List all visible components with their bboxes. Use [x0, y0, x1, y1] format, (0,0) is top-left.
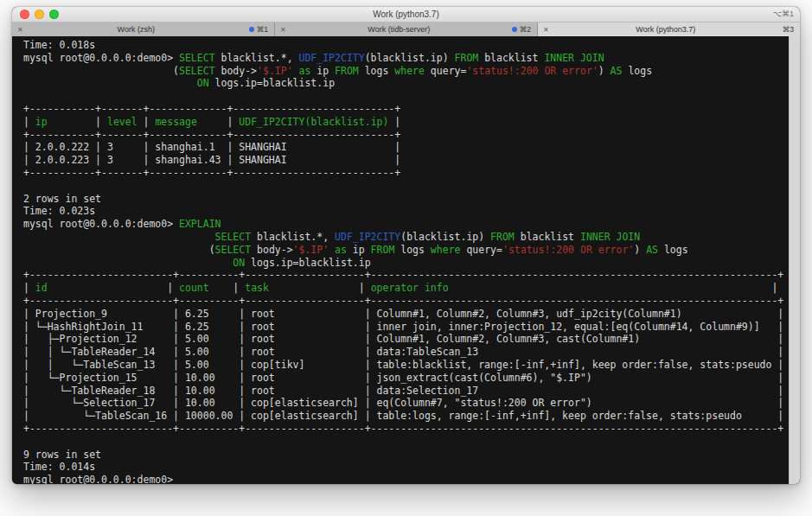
terminal-line: mysql root@0.0.0.0:demo0> _ — [23, 474, 790, 484]
terminal-line: 9 rows in set — [23, 449, 790, 462]
tab-shortcut: ⌘3 — [783, 25, 794, 34]
terminal-line: ON logs.ip=blacklist.ip — [23, 77, 790, 90]
tab-work-tidb-server-[interactable]: ✕Work (tidb-server)⌘2 — [275, 22, 538, 36]
tab-shortcut: ⌘1 — [257, 25, 268, 34]
terminal-line: Time: 0.014s — [23, 461, 790, 474]
tab-label: Work (zsh) — [23, 25, 249, 34]
terminal-line — [23, 180, 790, 193]
tab-work-zsh-[interactable]: ✕Work (zsh)⌘1 — [12, 22, 275, 36]
tab-shortcut: ⌘2 — [520, 25, 531, 34]
terminal-line: +-----------+-------+-------------+-----… — [23, 129, 790, 142]
terminal-line: ON logs.ip=blacklist.ip — [23, 257, 790, 270]
tab-meta: ⌘1 — [249, 25, 268, 34]
terminal-line: (SELECT body->'$.IP' as ip FROM logs whe… — [23, 244, 790, 257]
terminal-screen[interactable]: Time: 0.018smysql root@0.0.0.0:demo0> SE… — [12, 36, 790, 484]
tab-activity-dot-icon — [512, 27, 517, 32]
terminal-line: | └─TableReader_18 | 10.00 | root | data… — [23, 385, 790, 398]
terminal-line: | 2.0.0.222 | 3 | shanghai.1 | SHANGHAI … — [23, 141, 790, 154]
window-shortcut-hint: ⌥⌘1 — [773, 10, 794, 18]
tab-label: Work (tidb-server) — [286, 25, 512, 34]
terminal-line: Time: 0.018s — [23, 39, 790, 52]
close-tab-icon[interactable]: ✕ — [543, 26, 549, 34]
terminal-cursor: _ — [179, 474, 185, 484]
terminal-line: | └─Selection_17 | 10.00 | cop[elasticse… — [23, 397, 790, 410]
tab-meta: ⌘3 — [783, 25, 794, 34]
terminal-line: Time: 0.023s — [23, 205, 790, 218]
terminal-line: | └─Projection_15 | 10.00 | root | json_… — [23, 372, 790, 385]
tab-meta: ⌘2 — [512, 25, 531, 34]
terminal-line: | ├─Projection_12 | 5.00 | root | Column… — [23, 333, 790, 346]
terminal-line — [23, 90, 790, 103]
tab-work-python3-7-[interactable]: ✕Work (python3.7)⌘3 — [538, 22, 800, 36]
terminal-line — [23, 436, 790, 449]
tab-bar: ✕Work (zsh)⌘1✕Work (tidb-server)⌘2✕Work … — [12, 22, 800, 36]
terminal-line: 2 rows in set — [23, 193, 790, 206]
close-tab-icon[interactable]: ✕ — [17, 26, 23, 34]
minimize-window-button[interactable] — [35, 10, 44, 19]
desktop-background: Work (python3.7) ⌥⌘1 ✕Work (zsh)⌘1✕Work … — [0, 0, 812, 516]
traffic-lights — [12, 10, 59, 19]
terminal-line: | ip | level | message | UDF_IP2CITY(bla… — [23, 116, 790, 129]
window-title-bar[interactable]: Work (python3.7) ⌥⌘1 — [12, 7, 800, 22]
terminal-line: | │ └─TableReader_14 | 5.00 | root | dat… — [23, 346, 790, 359]
terminal-line: +-----------+-------+-------------+-----… — [23, 167, 790, 180]
terminal-line: mysql root@0.0.0.0:demo0> SELECT blackli… — [23, 52, 790, 65]
terminal-window: Work (python3.7) ⌥⌘1 ✕Work (zsh)⌘1✕Work … — [12, 7, 800, 484]
terminal-line: | └─TableScan_16 | 10000.00 | cop[elasti… — [23, 410, 790, 423]
terminal-line: +-----------+-------+-------------+-----… — [23, 103, 790, 116]
close-tab-icon[interactable]: ✕ — [280, 26, 286, 34]
terminal-line: | │ └─TableScan_13 | 5.00 | cop[tikv] | … — [23, 359, 790, 372]
zoom-window-button[interactable] — [49, 10, 59, 19]
terminal-line: | id | count | task | operator info | — [23, 282, 790, 295]
scrollbar-track[interactable] — [789, 36, 800, 484]
terminal-line: mysql root@0.0.0.0:demo0> EXPLAIN — [23, 218, 790, 231]
tab-activity-dot-icon — [249, 27, 254, 32]
tab-label: Work (python3.7) — [549, 25, 783, 34]
terminal-line: | └─HashRightJoin_11 | 6.25 | root | inn… — [23, 321, 790, 334]
terminal-line: +------------------------+----------+---… — [23, 295, 790, 308]
close-window-button[interactable] — [20, 10, 29, 19]
terminal-line: +------------------------+----------+---… — [23, 423, 790, 436]
terminal-line: | Projection_9 | 6.25 | root | Column#1,… — [23, 308, 790, 321]
terminal-line: (SELECT body->'$.IP' as ip FROM logs whe… — [23, 65, 790, 78]
window-title: Work (python3.7) — [12, 10, 800, 19]
terminal-line: SELECT blacklist.*, UDF_IP2CITY(blacklis… — [23, 231, 790, 244]
terminal-line: | 2.0.0.223 | 3 | shanghai.43 | SHANGHAI… — [23, 154, 790, 167]
terminal-line: +------------------------+----------+---… — [23, 269, 790, 282]
